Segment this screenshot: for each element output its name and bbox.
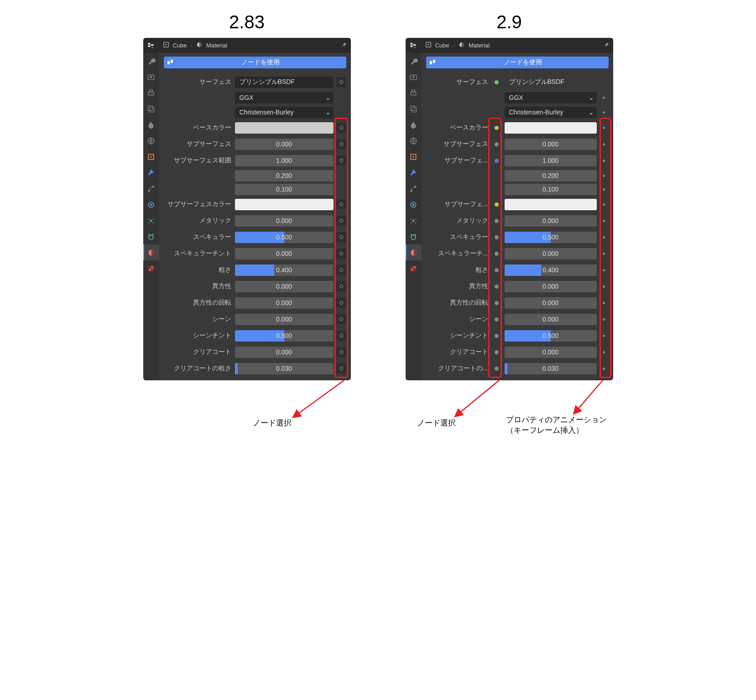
value-slider[interactable]: 0.000 <box>235 139 334 150</box>
keyframe-dot[interactable] <box>600 175 609 177</box>
surface-shader-dropdown[interactable]: プリンシプルBSDF <box>235 77 334 88</box>
node-socket-dot[interactable] <box>492 216 502 226</box>
pin-icon[interactable] <box>603 41 610 49</box>
node-socket-dot[interactable] <box>492 77 502 87</box>
value-slider[interactable]: 0.000 <box>505 297 597 309</box>
node-socket-dot[interactable] <box>492 265 502 275</box>
keyframe-dot[interactable] <box>600 335 609 337</box>
value-slider[interactable]: 0.000 <box>505 314 597 325</box>
tab-particle-icon[interactable] <box>406 213 422 228</box>
distribution-dropdown[interactable]: GGX⌄ <box>505 92 597 104</box>
breadcrumb-material[interactable]: Material <box>206 42 227 49</box>
node-socket-dot[interactable] <box>492 139 502 149</box>
node-socket-button[interactable] <box>336 232 346 242</box>
tab-physics-icon[interactable] <box>406 228 422 244</box>
tab-curve-icon[interactable] <box>406 181 422 197</box>
tab-object-icon[interactable] <box>406 149 422 165</box>
value-slider[interactable]: 0.000 <box>235 248 334 259</box>
distribution-dropdown[interactable]: GGX⌄ <box>235 92 334 104</box>
breadcrumb-object[interactable]: Cube <box>435 42 449 49</box>
node-socket-button[interactable] <box>336 281 346 291</box>
value-slider[interactable]: 0.030 <box>235 363 334 374</box>
tab-wrench-icon[interactable] <box>406 53 422 69</box>
value-slider[interactable]: 0.500 <box>505 330 597 342</box>
node-socket-button[interactable] <box>336 363 346 373</box>
keyframe-dot[interactable] <box>600 285 609 288</box>
tab-wrench-icon[interactable] <box>143 53 159 69</box>
tab-texture-icon[interactable] <box>406 260 422 276</box>
color-field[interactable] <box>505 199 597 210</box>
value-slider[interactable]: 0.000 <box>505 347 597 358</box>
value-slider[interactable]: 0.000 <box>235 314 334 325</box>
tab-printer-icon[interactable] <box>406 85 422 101</box>
keyframe-dot[interactable] <box>600 351 609 353</box>
node-socket-dot[interactable] <box>492 123 502 133</box>
editor-type-dropdown[interactable] <box>143 38 159 53</box>
node-socket-dot[interactable] <box>492 156 502 166</box>
sss-method-dropdown[interactable]: Christensen-Burley⌄ <box>505 107 597 118</box>
keyframe-dot[interactable] <box>600 236 609 239</box>
tab-printer-icon[interactable] <box>143 85 159 101</box>
node-socket-dot[interactable] <box>492 232 502 242</box>
keyframe-dot[interactable] <box>600 203 609 206</box>
node-socket-dot[interactable] <box>492 314 502 324</box>
breadcrumb-object[interactable]: Cube <box>173 42 187 49</box>
node-socket-dot[interactable] <box>492 199 502 209</box>
node-socket-dot[interactable] <box>492 347 502 357</box>
tab-material-icon[interactable] <box>143 244 159 260</box>
value-slider[interactable]: 0.000 <box>235 347 334 358</box>
keyframe-dot[interactable] <box>600 368 609 370</box>
node-socket-button[interactable] <box>336 265 346 275</box>
use-nodes-button[interactable]: ノードを使用 <box>164 57 346 68</box>
value-field[interactable]: 1.000 <box>235 155 334 166</box>
tab-modifier-icon[interactable] <box>143 165 159 181</box>
tab-droplet-icon[interactable] <box>406 117 422 133</box>
tab-globe-icon[interactable] <box>143 133 159 149</box>
tab-droplet-icon[interactable] <box>143 117 159 133</box>
tab-constraint-icon[interactable] <box>143 197 159 213</box>
color-field[interactable] <box>235 199 334 210</box>
keyframe-dot[interactable] <box>600 160 609 162</box>
tab-modifier-icon[interactable] <box>406 165 422 181</box>
node-socket-dot[interactable] <box>492 249 502 259</box>
value-field[interactable]: 1.000 <box>505 155 597 166</box>
value-slider[interactable]: 0.000 <box>505 215 597 227</box>
value-slider[interactable]: 0.000 <box>235 297 334 309</box>
color-field[interactable] <box>235 122 334 134</box>
tab-globe-icon[interactable] <box>406 133 422 149</box>
node-socket-button[interactable] <box>336 156 346 166</box>
surface-shader-dropdown[interactable]: プリンシプルBSDF <box>505 77 597 88</box>
tab-layers-icon[interactable] <box>406 101 422 117</box>
value-slider[interactable]: 0.500 <box>235 330 334 342</box>
tab-curve-icon[interactable] <box>143 181 159 197</box>
tab-material-icon[interactable] <box>406 244 422 260</box>
breadcrumb-material[interactable]: Material <box>469 42 490 49</box>
node-socket-button[interactable] <box>336 77 346 87</box>
keyframe-dot[interactable] <box>600 318 609 321</box>
value-field[interactable]: 0.200 <box>505 170 597 181</box>
value-slider[interactable]: 0.000 <box>505 248 597 259</box>
value-slider[interactable]: 0.030 <box>505 363 597 374</box>
node-socket-button[interactable] <box>336 331 346 341</box>
value-slider[interactable]: 0.000 <box>235 281 334 292</box>
value-field[interactable]: 0.100 <box>235 184 334 195</box>
value-slider[interactable]: 0.000 <box>505 139 597 150</box>
tab-object-icon[interactable] <box>143 149 159 165</box>
value-slider[interactable]: 0.400 <box>505 264 597 276</box>
tab-physics-icon[interactable] <box>143 228 159 244</box>
value-field[interactable]: 0.200 <box>235 170 334 181</box>
node-socket-button[interactable] <box>336 216 346 226</box>
tab-render-icon[interactable] <box>406 69 422 85</box>
sss-method-dropdown[interactable]: Christensen-Burley⌄ <box>235 107 334 118</box>
node-socket-dot[interactable] <box>492 281 502 291</box>
keyframe-dot[interactable] <box>600 253 609 255</box>
value-field[interactable]: 0.100 <box>505 184 597 195</box>
keyframe-dot[interactable] <box>600 220 609 222</box>
value-slider[interactable]: 0.500 <box>505 232 597 243</box>
pin-icon[interactable] <box>341 41 347 49</box>
node-socket-button[interactable] <box>336 249 346 259</box>
value-slider[interactable]: 0.500 <box>235 232 334 243</box>
tab-particle-icon[interactable] <box>143 213 159 228</box>
node-socket-button[interactable] <box>336 123 346 133</box>
keyframe-dot[interactable] <box>600 188 609 191</box>
